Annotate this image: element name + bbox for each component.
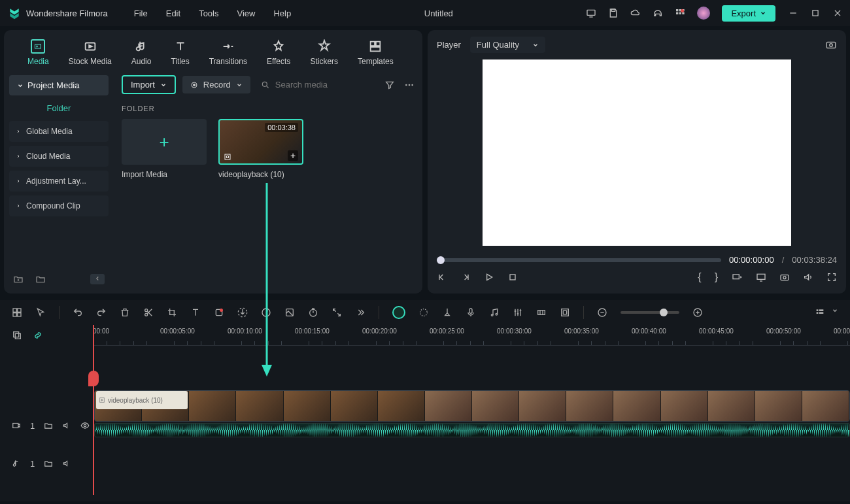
timeline-canvas[interactable]: 00:0000:00:05:0000:00:10:0000:00:15:0000… [93,325,850,501]
sidebar-item-adjustment-layer[interactable]: Adjustment Lay... [9,171,109,192]
close-icon[interactable] [833,8,842,18]
camera-icon[interactable] [779,272,790,282]
apps-icon-wrap[interactable] [675,8,685,18]
scrub-knob[interactable] [437,256,445,264]
mark-out-icon[interactable]: } [715,271,718,283]
sun-icon[interactable] [418,307,429,318]
scrub-bar[interactable] [437,258,721,262]
sidebar-item-cloud-media[interactable]: Cloud Media [9,146,109,167]
quality-select[interactable]: Full Quality [470,37,545,53]
zoom-in-icon[interactable] [692,307,703,318]
sidebar-item-global-media[interactable]: Global Media [9,121,109,142]
folder-tab[interactable]: Folder [9,95,109,121]
volume-icon[interactable] [803,272,813,282]
zoom-slider[interactable] [620,311,679,314]
playhead-grip[interactable] [88,371,99,386]
chevron-down-icon[interactable] [832,307,838,314]
menu-file[interactable]: File [134,8,148,18]
redo-icon[interactable] [96,307,107,318]
maximize-icon[interactable] [811,8,820,18]
duplicate-icon[interactable] [12,330,22,341]
play-icon[interactable] [484,272,494,282]
audio-track-header[interactable]: 1 [0,450,93,477]
sidebar-item-compound-clip[interactable]: Compound Clip [9,195,109,216]
delete-icon[interactable] [120,307,130,318]
more-tools-icon[interactable] [355,307,366,318]
media-clip-tile[interactable]: 00:03:38 + videoplayback (10) [218,119,303,179]
mark-in-icon[interactable]: { [698,271,701,283]
new-bin-icon[interactable] [35,274,46,284]
import-button[interactable]: Import [122,75,176,94]
save-icon[interactable] [608,8,619,18]
zoom-out-icon[interactable] [597,307,607,318]
mute-icon[interactable] [62,459,71,468]
music-icon[interactable] [489,307,500,318]
color-icon[interactable] [284,307,295,318]
text-icon[interactable] [190,307,201,318]
mixer-icon[interactable] [513,307,523,318]
list-view-icon[interactable] [815,307,825,318]
render-indicator-icon[interactable] [392,306,405,319]
fullscreen-icon[interactable] [826,272,837,282]
tab-effects[interactable]: Effects [263,37,294,69]
expand-icon[interactable] [332,307,342,318]
timeline-ruler[interactable]: 00:0000:00:05:0000:00:10:0000:00:15:0000… [93,325,850,346]
cloud-icon[interactable] [630,8,641,18]
marker-icon[interactable] [442,307,452,318]
prev-frame-icon[interactable] [437,272,447,282]
video-clip[interactable]: videoplayback (10) [94,390,850,422]
new-folder-icon[interactable] [13,274,24,284]
tab-titles[interactable]: Titles [167,37,193,69]
grid-icon[interactable] [12,307,22,318]
collapse-sidebar-button[interactable] [90,274,105,284]
snapshot-icon[interactable] [825,39,837,51]
export-button[interactable]: Export [722,5,775,22]
tab-transitions[interactable]: Transitions [205,37,251,69]
search-input[interactable] [275,80,367,90]
link-icon[interactable] [33,330,43,341]
menu-view[interactable]: View [237,8,255,18]
tab-templates[interactable]: Templates [354,37,398,69]
tab-stock-media[interactable]: Stock Media [65,37,116,69]
record-button[interactable]: Record [182,76,250,93]
add-to-timeline-button[interactable]: + [288,150,298,161]
headphones-icon[interactable] [653,8,663,18]
speed-down-icon[interactable] [237,307,248,318]
cursor-icon[interactable] [35,307,46,318]
project-media-header[interactable]: Project Media [9,75,109,95]
tab-audio[interactable]: Audio [128,37,156,69]
keyframe-icon-wrap[interactable] [214,307,224,318]
stop-icon[interactable] [507,272,518,282]
mute-icon[interactable] [62,421,71,430]
folder-icon[interactable] [44,421,53,430]
more-icon[interactable] [404,80,415,90]
adjust-icon[interactable] [536,307,547,318]
player-controls: { } [437,267,837,287]
preview-area[interactable] [483,59,791,246]
tab-stickers[interactable]: Stickers [306,37,342,69]
import-media-tile[interactable]: + Import Media [122,119,207,179]
minimize-icon[interactable] [789,8,798,18]
tab-media[interactable]: Media [24,37,53,69]
ratio-icon[interactable] [731,272,743,282]
eye-icon[interactable] [80,421,90,430]
next-frame-icon[interactable] [460,272,471,282]
mic-icon[interactable] [466,307,476,318]
display-icon[interactable] [586,8,596,18]
zoom-slider-knob[interactable] [660,309,668,316]
monitor-icon[interactable] [756,272,766,282]
undo-icon[interactable] [73,307,83,318]
speed-icon[interactable] [261,307,271,318]
folder-icon[interactable] [44,459,53,468]
menu-help[interactable]: Help [273,8,291,18]
crop-icon[interactable] [167,307,177,318]
avatar[interactable] [697,7,710,20]
audio-waveform-clip[interactable] [94,423,850,437]
menu-tools[interactable]: Tools [199,8,218,18]
timer-icon[interactable] [308,307,318,318]
menu-edit[interactable]: Edit [166,8,180,18]
video-track-header[interactable]: 1 [0,412,93,439]
frame-icon[interactable] [560,307,570,318]
cut-icon[interactable] [143,307,154,318]
filter-icon[interactable] [384,80,395,90]
